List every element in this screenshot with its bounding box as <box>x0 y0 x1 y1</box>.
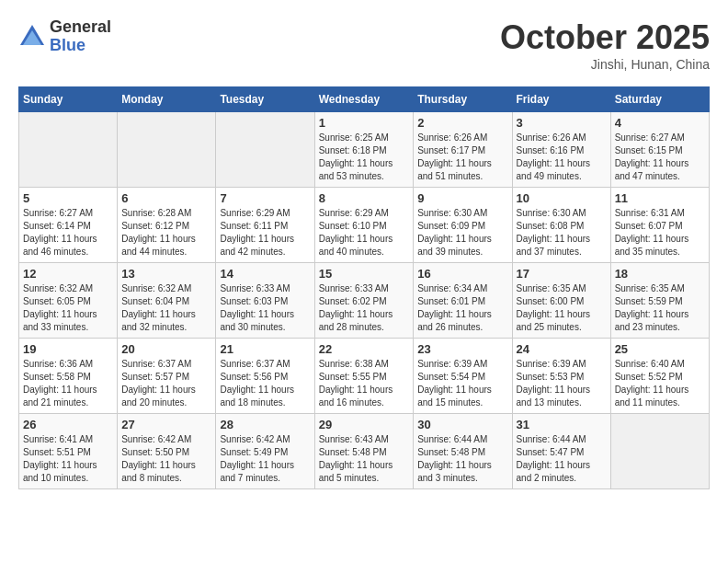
calendar-cell: 16Sunrise: 6:34 AM Sunset: 6:01 PM Dayli… <box>414 263 512 339</box>
day-info: Sunrise: 6:30 AM Sunset: 6:09 PM Dayligh… <box>417 207 507 259</box>
calendar-cell: 6Sunrise: 6:28 AM Sunset: 6:12 PM Daylig… <box>118 188 216 263</box>
day-number: 11 <box>615 191 705 205</box>
day-info: Sunrise: 6:44 AM Sunset: 5:47 PM Dayligh… <box>517 433 607 485</box>
calendar-header-row: SundayMondayTuesdayWednesdayThursdayFrid… <box>19 87 710 112</box>
day-number: 15 <box>319 267 410 281</box>
calendar-cell: 13Sunrise: 6:32 AM Sunset: 6:04 PM Dayli… <box>118 263 216 339</box>
day-info: Sunrise: 6:40 AM Sunset: 5:52 PM Dayligh… <box>615 358 705 409</box>
month-title: October 2025 <box>500 18 710 57</box>
calendar-cell: 19Sunrise: 6:36 AM Sunset: 5:58 PM Dayli… <box>19 339 118 414</box>
day-number: 26 <box>23 418 113 431</box>
day-number: 9 <box>417 191 507 205</box>
day-info: Sunrise: 6:42 AM Sunset: 5:50 PM Dayligh… <box>121 433 211 485</box>
calendar-cell: 4Sunrise: 6:27 AM Sunset: 6:15 PM Daylig… <box>610 112 709 188</box>
calendar-cell: 24Sunrise: 6:39 AM Sunset: 5:53 PM Dayli… <box>512 339 610 414</box>
day-info: Sunrise: 6:42 AM Sunset: 5:49 PM Dayligh… <box>220 433 310 485</box>
day-number: 18 <box>615 267 705 281</box>
day-info: Sunrise: 6:39 AM Sunset: 5:54 PM Dayligh… <box>417 358 507 409</box>
logo-general: General <box>50 18 111 37</box>
day-info: Sunrise: 6:38 AM Sunset: 5:55 PM Dayligh… <box>319 358 410 409</box>
day-number: 19 <box>23 342 113 356</box>
calendar-cell: 7Sunrise: 6:29 AM Sunset: 6:11 PM Daylig… <box>216 188 314 263</box>
day-info: Sunrise: 6:26 AM Sunset: 6:17 PM Dayligh… <box>417 132 507 183</box>
day-number: 1 <box>319 116 410 130</box>
calendar-week-row: 1Sunrise: 6:25 AM Sunset: 6:18 PM Daylig… <box>19 112 710 188</box>
day-info: Sunrise: 6:43 AM Sunset: 5:48 PM Dayligh… <box>319 433 410 485</box>
logo-blue: Blue <box>50 37 111 55</box>
day-info: Sunrise: 6:32 AM Sunset: 6:05 PM Dayligh… <box>23 282 113 334</box>
calendar-cell: 27Sunrise: 6:42 AM Sunset: 5:50 PM Dayli… <box>118 414 216 489</box>
calendar-cell: 21Sunrise: 6:37 AM Sunset: 5:56 PM Dayli… <box>216 339 314 414</box>
day-number: 22 <box>319 342 410 356</box>
calendar-cell: 25Sunrise: 6:40 AM Sunset: 5:52 PM Dayli… <box>610 339 709 414</box>
day-of-week-header: Friday <box>512 87 610 112</box>
logo-icon <box>18 23 46 51</box>
day-info: Sunrise: 6:37 AM Sunset: 5:56 PM Dayligh… <box>220 358 310 409</box>
day-info: Sunrise: 6:31 AM Sunset: 6:07 PM Dayligh… <box>615 207 705 259</box>
day-number: 4 <box>615 116 705 130</box>
day-info: Sunrise: 6:37 AM Sunset: 5:57 PM Dayligh… <box>121 358 211 409</box>
day-info: Sunrise: 6:41 AM Sunset: 5:51 PM Dayligh… <box>23 433 113 485</box>
day-number: 31 <box>517 418 607 431</box>
calendar-cell: 11Sunrise: 6:31 AM Sunset: 6:07 PM Dayli… <box>610 188 709 263</box>
calendar-week-row: 12Sunrise: 6:32 AM Sunset: 6:05 PM Dayli… <box>19 263 710 339</box>
title-block: October 2025 Jinshi, Hunan, China <box>500 18 710 72</box>
day-info: Sunrise: 6:29 AM Sunset: 6:11 PM Dayligh… <box>220 207 310 259</box>
calendar-cell: 15Sunrise: 6:33 AM Sunset: 6:02 PM Dayli… <box>314 263 414 339</box>
calendar-cell <box>610 414 709 489</box>
calendar-cell: 30Sunrise: 6:44 AM Sunset: 5:48 PM Dayli… <box>414 414 512 489</box>
calendar-cell: 28Sunrise: 6:42 AM Sunset: 5:49 PM Dayli… <box>216 414 314 489</box>
day-info: Sunrise: 6:33 AM Sunset: 6:03 PM Dayligh… <box>220 282 310 334</box>
day-of-week-header: Tuesday <box>216 87 314 112</box>
calendar-cell <box>118 112 216 188</box>
calendar-cell: 1Sunrise: 6:25 AM Sunset: 6:18 PM Daylig… <box>314 112 414 188</box>
day-number: 24 <box>517 342 607 356</box>
day-number: 29 <box>319 418 410 431</box>
day-info: Sunrise: 6:39 AM Sunset: 5:53 PM Dayligh… <box>517 358 607 409</box>
calendar-table: SundayMondayTuesdayWednesdayThursdayFrid… <box>18 86 710 489</box>
day-info: Sunrise: 6:28 AM Sunset: 6:12 PM Dayligh… <box>121 207 211 259</box>
day-info: Sunrise: 6:27 AM Sunset: 6:15 PM Dayligh… <box>615 132 705 183</box>
calendar-cell <box>19 112 118 188</box>
calendar-cell: 9Sunrise: 6:30 AM Sunset: 6:09 PM Daylig… <box>414 188 512 263</box>
day-number: 16 <box>417 267 507 281</box>
calendar-cell: 23Sunrise: 6:39 AM Sunset: 5:54 PM Dayli… <box>414 339 512 414</box>
calendar-cell <box>216 112 314 188</box>
day-info: Sunrise: 6:36 AM Sunset: 5:58 PM Dayligh… <box>23 358 113 409</box>
day-of-week-header: Thursday <box>414 87 512 112</box>
day-number: 23 <box>417 342 507 356</box>
calendar-cell: 5Sunrise: 6:27 AM Sunset: 6:14 PM Daylig… <box>19 188 118 263</box>
day-of-week-header: Wednesday <box>314 87 414 112</box>
day-number: 17 <box>517 267 607 281</box>
day-info: Sunrise: 6:27 AM Sunset: 6:14 PM Dayligh… <box>23 207 113 259</box>
calendar-week-row: 26Sunrise: 6:41 AM Sunset: 5:51 PM Dayli… <box>19 414 710 489</box>
day-number: 8 <box>319 191 410 205</box>
location-subtitle: Jinshi, Hunan, China <box>500 57 710 72</box>
day-number: 12 <box>23 267 113 281</box>
day-info: Sunrise: 6:29 AM Sunset: 6:10 PM Dayligh… <box>319 207 410 259</box>
calendar-week-row: 5Sunrise: 6:27 AM Sunset: 6:14 PM Daylig… <box>19 188 710 263</box>
day-number: 28 <box>220 418 310 431</box>
logo-text: General Blue <box>50 18 111 55</box>
day-info: Sunrise: 6:26 AM Sunset: 6:16 PM Dayligh… <box>517 132 607 183</box>
day-info: Sunrise: 6:35 AM Sunset: 5:59 PM Dayligh… <box>615 282 705 334</box>
day-number: 5 <box>23 191 113 205</box>
day-number: 21 <box>220 342 310 356</box>
calendar-cell: 17Sunrise: 6:35 AM Sunset: 6:00 PM Dayli… <box>512 263 610 339</box>
calendar-cell: 10Sunrise: 6:30 AM Sunset: 6:08 PM Dayli… <box>512 188 610 263</box>
day-of-week-header: Sunday <box>19 87 118 112</box>
day-of-week-header: Saturday <box>610 87 709 112</box>
calendar-cell: 29Sunrise: 6:43 AM Sunset: 5:48 PM Dayli… <box>314 414 414 489</box>
day-info: Sunrise: 6:32 AM Sunset: 6:04 PM Dayligh… <box>121 282 211 334</box>
calendar-cell: 20Sunrise: 6:37 AM Sunset: 5:57 PM Dayli… <box>118 339 216 414</box>
calendar-cell: 18Sunrise: 6:35 AM Sunset: 5:59 PM Dayli… <box>610 263 709 339</box>
day-number: 7 <box>220 191 310 205</box>
day-info: Sunrise: 6:44 AM Sunset: 5:48 PM Dayligh… <box>417 433 507 485</box>
day-info: Sunrise: 6:33 AM Sunset: 6:02 PM Dayligh… <box>319 282 410 334</box>
calendar-cell: 8Sunrise: 6:29 AM Sunset: 6:10 PM Daylig… <box>314 188 414 263</box>
day-number: 2 <box>417 116 507 130</box>
day-info: Sunrise: 6:30 AM Sunset: 6:08 PM Dayligh… <box>517 207 607 259</box>
calendar-cell: 22Sunrise: 6:38 AM Sunset: 5:55 PM Dayli… <box>314 339 414 414</box>
day-number: 25 <box>615 342 705 356</box>
calendar-cell: 12Sunrise: 6:32 AM Sunset: 6:05 PM Dayli… <box>19 263 118 339</box>
